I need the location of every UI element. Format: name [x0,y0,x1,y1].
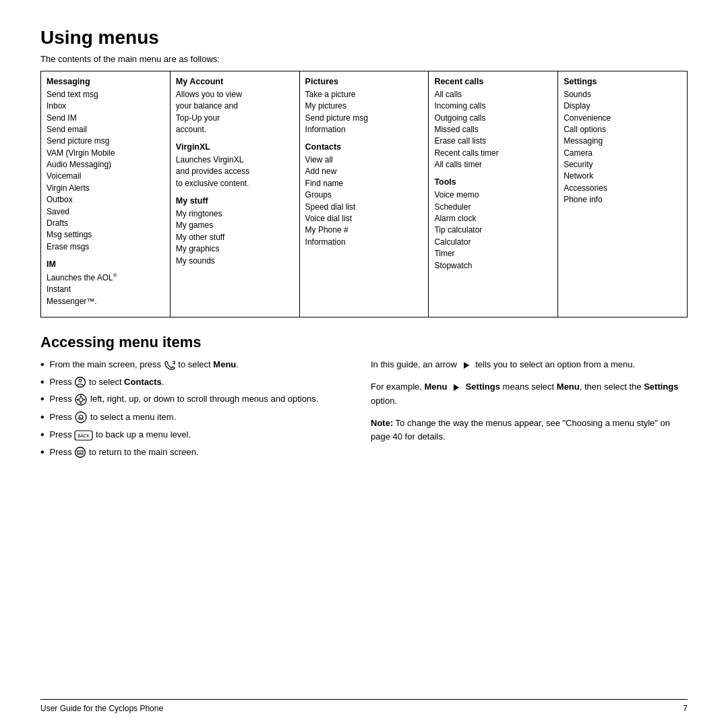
list-item: Erase msgs [47,241,164,253]
para2-menu: Menu [424,382,447,392]
para1-post: tells you to select an option from a men… [475,359,635,369]
list-item: Recent calls timer [434,148,552,159]
bullet-text: Press OK to select a menu item. [50,411,357,425]
list-item: Find name [305,178,423,189]
list-item: Timer [434,248,552,260]
section2-title: Accessing menu items [40,334,688,351]
settings-items: Sounds Display Convenience Call options … [564,89,681,206]
col-header-virginxl: VirginXL [176,141,294,154]
list-item: Missed calls [434,124,552,135]
arrow-icon [464,362,469,369]
list-item: Virgin Alerts [47,183,164,194]
note-label: Note: [371,418,393,428]
list-item: Add new [305,166,423,177]
contacts-items: View all Add new Find name Groups Speed … [305,154,423,248]
list-item: Speed dial list [305,202,423,213]
bullet-text: Press BACK to back up a menu level. [50,428,357,442]
svg-point-1 [79,380,82,382]
list-item: Convenience [564,113,681,124]
nav-icon [74,394,90,404]
col-header-myaccount: My Account [176,75,294,88]
virginxl-items: Launches VirginXLand provides accessto e… [176,154,294,189]
bullet-text: Press to return to the main screen. [50,446,357,459]
para2-pre: For example, [371,382,424,392]
section-recentcalls: Recent calls All calls Incoming calls Ou… [434,75,552,171]
list-item: Alarm clock [434,213,552,224]
back-icon: BACK [74,429,96,439]
col-header-recentcalls: Recent calls [434,75,552,88]
para2-menu2: Menu [557,382,580,392]
list-item: Phone info [564,194,681,206]
phone-icon [164,359,179,369]
list-item: View all [305,154,423,166]
svg-marker-5 [80,402,82,404]
section-contacts: Contacts View all Add new Find name Grou… [305,141,423,248]
list-item: Stopwatch [434,260,552,272]
section-myaccount: My Account Allows you to viewyour balanc… [176,75,294,135]
access-right: In this guide, an arrow tells you to sel… [371,358,688,462]
section-virginxl: VirginXL Launches VirginXLand provides a… [176,141,294,189]
right-note: Note: To change the way the menus appear… [371,417,688,445]
end-icon [74,447,89,457]
svg-marker-4 [80,395,82,397]
list-item: Voice memo [434,189,552,201]
list-item: My other stuff [176,232,294,243]
section-messaging: Messaging Send text msg Inbox Send IM Se… [47,75,164,253]
list-item: VAM (Virgin MobileAudio Messaging) [47,148,164,171]
para1-pre: In this guide, an arrow [371,359,457,369]
list-item: Display [564,100,681,112]
list-item: Calculator [434,237,552,248]
page-title: Using menus [40,27,688,49]
col-recentcalls: Recent calls All calls Incoming calls Ou… [429,71,558,317]
page: Using menus The contents of the main men… [0,0,728,728]
svg-text:OK: OK [78,417,84,421]
list-item: Launches VirginXLand provides accessto e… [176,154,294,189]
list-item: Msg settings [47,229,164,241]
list-item: Launches the AOL®InstantMessenger™. [47,272,164,307]
bullet-text: Press left, right, up, or down [50,392,357,406]
para2-settings2: Settings [644,382,678,392]
list-item: All calls timer [434,159,552,171]
list-item: Security [564,159,681,171]
list-item: My ringtones [176,208,294,220]
col-header-im: IM [47,258,164,271]
list-item: Call options [564,124,681,135]
section-pictures: Pictures Take a picture My pictures Send… [305,75,423,135]
list-item: Outbox [47,194,164,206]
section-settings: Settings Sounds Display Convenience Call… [564,75,681,206]
im-items: Launches the AOL®InstantMessenger™. [47,272,164,307]
recentcalls-items: All calls Incoming calls Outgoing calls … [434,89,552,171]
arrow-icon2 [454,384,459,391]
myaccount-items: Allows you to viewyour balance andTop-Up… [176,89,294,136]
list-item: Inbox [47,100,164,112]
list-item: Send picture msg [47,135,164,147]
bullet-text: From the main screen, press to select Me… [50,358,357,371]
tools-items: Voice memo Scheduler Alarm clock Tip cal… [434,189,552,272]
list-item: Send IM [47,113,164,124]
col-header-mystuff: My stuff [176,195,294,208]
list-item: All calls [434,89,552,100]
col-header-messaging: Messaging [47,75,164,88]
bullet-text: Press to select Contacts. [50,375,357,389]
list-item: Send text msg [47,89,164,100]
ok-icon: OK [74,412,90,422]
list-item: Allows you to viewyour balance andTop-Up… [176,89,294,136]
bullet-list: From the main screen, press to select Me… [40,358,357,458]
list-item: Drafts [47,218,164,229]
col-header-tools: Tools [434,176,552,189]
bullet-item-ok: Press OK to select a menu item. [40,411,357,425]
svg-marker-6 [76,398,78,400]
right-para1: In this guide, an arrow tells you to sel… [371,358,688,372]
list-item: Scheduler [434,202,552,213]
list-item: Send picture msg [305,113,423,124]
svg-marker-7 [84,398,86,400]
svg-point-13 [75,448,86,458]
list-item: Camera [564,148,681,159]
menu-bold: Menu [213,359,236,369]
list-item: Incoming calls [434,100,552,112]
list-item: Information [305,237,423,248]
list-item: Voicemail [47,171,164,182]
contacts-icon [74,377,89,387]
col-myaccount: My Account Allows you to viewyour balanc… [171,71,300,317]
col-header-pictures: Pictures [305,75,423,88]
